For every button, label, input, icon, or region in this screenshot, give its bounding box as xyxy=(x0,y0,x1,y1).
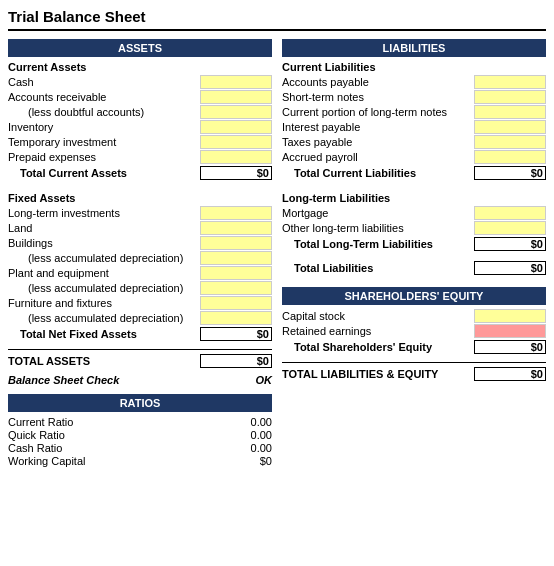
item-label: Cash xyxy=(8,76,200,88)
current-portion-input[interactable] xyxy=(474,105,546,119)
item-label: Interest payable xyxy=(282,121,474,133)
total-assets-value: $0 xyxy=(200,354,272,368)
short-term-notes-input[interactable] xyxy=(474,90,546,104)
current-liabilities-title: Current Liabilities xyxy=(282,61,546,73)
total-longterm-liabilities-value: $0 xyxy=(474,237,546,251)
shareholders-equity-header: SHAREHOLDERS' EQUITY xyxy=(282,287,546,305)
list-item: Taxes payable xyxy=(282,135,546,149)
list-item: Interest payable xyxy=(282,120,546,134)
retained-earnings-input[interactable] xyxy=(474,324,546,338)
item-label: Buildings xyxy=(8,237,200,249)
capital-stock-input[interactable] xyxy=(474,309,546,323)
item-label: Accounts receivable xyxy=(8,91,200,103)
liabilities-header: LIABILITIES xyxy=(282,39,546,57)
ratios-header: RATIOS xyxy=(8,394,272,412)
page-title: Trial Balance Sheet xyxy=(8,8,546,31)
land-input[interactable] xyxy=(200,221,272,235)
item-label: Temporary investment xyxy=(8,136,200,148)
longterm-investments-input[interactable] xyxy=(200,206,272,220)
working-capital-value: $0 xyxy=(232,455,272,467)
list-item: Current portion of long-term notes xyxy=(282,105,546,119)
list-item: Cash xyxy=(8,75,272,89)
assets-header: ASSETS xyxy=(8,39,272,57)
longterm-liabilities-title: Long-term Liabilities xyxy=(282,192,546,204)
item-label: Taxes payable xyxy=(282,136,474,148)
balance-check-row: Balance Sheet Check OK xyxy=(8,374,272,386)
item-label: Prepaid expenses xyxy=(8,151,200,163)
item-label: Accounts payable xyxy=(282,76,474,88)
item-label: (less accumulated depreciation) xyxy=(8,282,200,294)
total-liabilities-equity-row: TOTAL LIABILITIES & EQUITY $0 xyxy=(282,367,546,381)
item-label: Mortgage xyxy=(282,207,474,219)
temp-investment-input[interactable] xyxy=(200,135,272,149)
total-label: Total Liabilities xyxy=(282,262,474,274)
item-label: Accrued payroll xyxy=(282,151,474,163)
other-longterm-input[interactable] xyxy=(474,221,546,235)
item-label: (less doubtful accounts) xyxy=(8,106,200,118)
furniture-depreciation-input[interactable] xyxy=(200,311,272,325)
taxes-payable-input[interactable] xyxy=(474,135,546,149)
plant-equipment-input[interactable] xyxy=(200,266,272,280)
list-item: (less accumulated depreciation) xyxy=(8,281,272,295)
mortgage-input[interactable] xyxy=(474,206,546,220)
list-item: Temporary investment xyxy=(8,135,272,149)
accrued-payroll-input[interactable] xyxy=(474,150,546,164)
interest-payable-input[interactable] xyxy=(474,120,546,134)
total-shareholders-equity-row: Total Shareholders' Equity $0 xyxy=(282,340,546,354)
total-assets-section: TOTAL ASSETS $0 xyxy=(8,349,272,368)
item-label: Inventory xyxy=(8,121,200,133)
list-item: Capital stock xyxy=(282,309,546,323)
plant-depreciation-input[interactable] xyxy=(200,281,272,295)
total-fixed-assets-value: $0 xyxy=(200,327,272,341)
total-fixed-assets-row: Total Net Fixed Assets $0 xyxy=(8,327,272,341)
furniture-input[interactable] xyxy=(200,296,272,310)
total-liabilities-equity-section: TOTAL LIABILITIES & EQUITY $0 xyxy=(282,362,546,381)
grand-total-label: TOTAL LIABILITIES & EQUITY xyxy=(282,368,474,380)
item-label: Plant and equipment xyxy=(8,267,200,279)
item-label: Land xyxy=(8,222,200,234)
item-label: Capital stock xyxy=(282,310,474,322)
total-longterm-liabilities-row: Total Long-Term Liabilities $0 xyxy=(282,237,546,251)
item-label: Long-term investments xyxy=(8,207,200,219)
buildings-input[interactable] xyxy=(200,236,272,250)
less-doubtful-input[interactable] xyxy=(200,105,272,119)
list-item: Current Ratio 0.00 xyxy=(8,416,272,428)
prepaid-expenses-input[interactable] xyxy=(200,150,272,164)
ratio-label: Quick Ratio xyxy=(8,429,232,441)
item-label: Other long-term liabilities xyxy=(282,222,474,234)
list-item: Accounts payable xyxy=(282,75,546,89)
total-shareholders-equity-value: $0 xyxy=(474,340,546,354)
assets-column: ASSETS Current Assets Cash Accounts rece… xyxy=(8,39,272,468)
total-current-liabilities-value: $0 xyxy=(474,166,546,180)
list-item: (less accumulated depreciation) xyxy=(8,251,272,265)
list-item: Accounts receivable xyxy=(8,90,272,104)
list-item: Mortgage xyxy=(282,206,546,220)
list-item: Long-term investments xyxy=(8,206,272,220)
fixed-assets-title: Fixed Assets xyxy=(8,192,272,204)
total-current-assets-value: $0 xyxy=(200,166,272,180)
buildings-depreciation-input[interactable] xyxy=(200,251,272,265)
item-label: (less accumulated depreciation) xyxy=(8,312,200,324)
cash-input[interactable] xyxy=(200,75,272,89)
accounts-payable-input[interactable] xyxy=(474,75,546,89)
list-item: Prepaid expenses xyxy=(8,150,272,164)
list-item: Working Capital $0 xyxy=(8,455,272,467)
balance-check-label: Balance Sheet Check xyxy=(8,374,256,386)
inventory-input[interactable] xyxy=(200,120,272,134)
item-label: Current portion of long-term notes xyxy=(282,106,474,118)
list-item: Short-term notes xyxy=(282,90,546,104)
current-ratio-value: 0.00 xyxy=(232,416,272,428)
list-item: Furniture and fixtures xyxy=(8,296,272,310)
total-label: Total Current Assets xyxy=(8,167,200,179)
total-current-liabilities-row: Total Current Liabilities $0 xyxy=(282,166,546,180)
accounts-receivable-input[interactable] xyxy=(200,90,272,104)
list-item: Buildings xyxy=(8,236,272,250)
balance-check-value: OK xyxy=(256,374,273,386)
total-label: Total Net Fixed Assets xyxy=(8,328,200,340)
list-item: Other long-term liabilities xyxy=(282,221,546,235)
list-item: Accrued payroll xyxy=(282,150,546,164)
total-label: Total Long-Term Liabilities xyxy=(282,238,474,250)
list-item: Land xyxy=(8,221,272,235)
total-current-assets-row: Total Current Assets $0 xyxy=(8,166,272,180)
current-assets-title: Current Assets xyxy=(8,61,272,73)
